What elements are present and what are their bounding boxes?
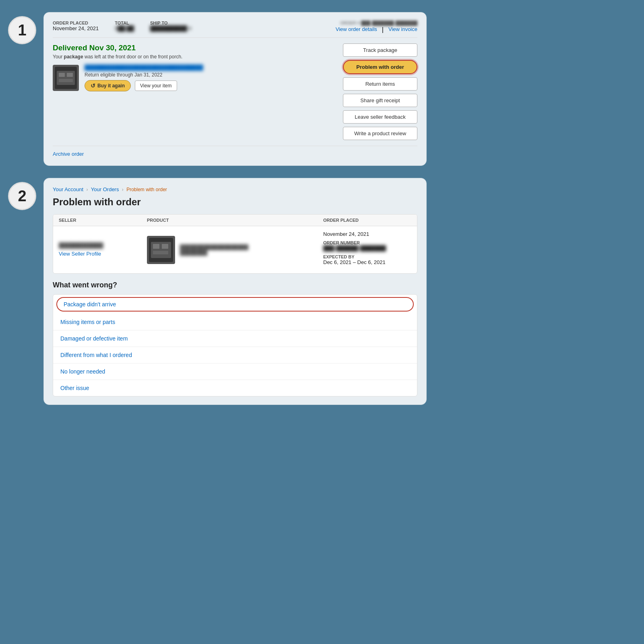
seller-col-label: SELLER (59, 218, 147, 223)
problem-with-order-button[interactable]: Problem with order (343, 60, 417, 74)
step2-circle: 2 (8, 182, 36, 210)
order-info-body: ████████████ View Seller Profile (53, 226, 417, 273)
order-placed-date: November 24, 2021 (53, 25, 99, 31)
delivery-title: Delivered Nov 30, 2021 (53, 43, 203, 52)
issue-no-longer-needed[interactable]: No longer needed (53, 363, 417, 380)
svg-rect-7 (153, 244, 159, 249)
delivery-subtitle: Your package was left at the front door … (53, 54, 203, 60)
delivery-section: Delivered Nov 30, 2021 Your package was … (53, 43, 417, 140)
archive-link-section: Archive order (53, 146, 417, 157)
order-details-col: November 24, 2021 ORDER NUMBER ███-█████… (323, 231, 411, 268)
order-total-value: $██.██ (115, 25, 134, 31)
order-header-right: ORDER # ███-███████-███████ View order d… (336, 21, 417, 33)
view-seller-profile-link[interactable]: View Seller Profile (59, 251, 101, 257)
delivery-left: Delivered Nov 30, 2021 Your package was … (53, 43, 203, 95)
view-order-details-link[interactable]: View order details (336, 26, 377, 33)
step1-circle: 1 (8, 16, 36, 44)
product-image2 (147, 236, 175, 264)
refresh-icon: ↺ (91, 83, 95, 89)
page-title: Problem with order (53, 196, 417, 208)
order-ship-block: SHIP TO ██████████ ▾ (150, 21, 192, 31)
issue-other[interactable]: Other issue (53, 380, 417, 396)
svg-rect-9 (153, 251, 168, 254)
product-actions: ↺ Buy it again View your item (85, 80, 203, 91)
product-col-label: PRODUCT (147, 218, 323, 223)
order-ship-to: ██████████ ▾ (150, 25, 192, 31)
product-details: ████████████████████████████████ Return … (85, 64, 203, 91)
order-number-label: ORDER NUMBER (323, 240, 411, 245)
issue-missing-items[interactable]: Missing items or parts (53, 314, 417, 330)
step1-card: ORDER PLACED November 24, 2021 TOTAL $██… (43, 12, 427, 166)
return-eligible-text: Return eligible through Jan 31, 2022 (85, 72, 203, 78)
view-invoice-link[interactable]: View invoice (388, 26, 417, 33)
breadcrumb-current: Problem with order (126, 187, 167, 192)
order-total-block: TOTAL $██.██ (115, 21, 134, 31)
order-number-val: ███-██████-███████ (323, 245, 411, 251)
view-item-button[interactable]: View your item (135, 80, 177, 91)
issue-different-item[interactable]: Different from what I ordered (53, 347, 417, 363)
expected-by-label: EXPECTED BY (323, 254, 411, 259)
seller-name: ████████████ (59, 242, 147, 248)
issue-list: Package didn't arrive Missing items or p… (53, 294, 417, 396)
archive-order-link[interactable]: Archive order (53, 151, 84, 157)
product-row: ████████████████████████████████ Return … (53, 64, 203, 91)
buy-again-button[interactable]: ↺ Buy it again (85, 80, 131, 91)
return-items-button[interactable]: Return items (343, 77, 417, 91)
order-header-links: View order details | View invoice (336, 26, 417, 33)
breadcrumb-your-orders[interactable]: Your Orders (91, 186, 119, 192)
svg-rect-3 (67, 73, 73, 77)
issue-package-didnt-arrive[interactable]: Package didn't arrive (56, 297, 414, 312)
svg-rect-8 (162, 244, 168, 249)
leave-seller-feedback-button[interactable]: Leave seller feedback (343, 110, 417, 124)
order-number: ORDER # ███-███████-███████ (336, 21, 417, 25)
product-image (53, 65, 79, 91)
what-went-wrong-title: What went wrong? (53, 281, 417, 289)
product-col: ████████████████████████████ (147, 236, 323, 264)
order-info-header: SELLER PRODUCT ORDER PLACED (53, 215, 417, 226)
share-gift-receipt-button[interactable]: Share gift receipt (343, 94, 417, 107)
expected-by-val: Dec 6, 2021 – Dec 6, 2021 (323, 259, 411, 265)
order-info-table: SELLER PRODUCT ORDER PLACED ████████████… (53, 214, 417, 274)
svg-rect-4 (59, 79, 73, 82)
order-placed-col-label: ORDER PLACED (323, 218, 411, 223)
svg-rect-2 (59, 73, 65, 77)
side-buttons: Track package Problem with order Return … (343, 43, 417, 140)
seller-col: ████████████ View Seller Profile (59, 242, 147, 257)
product-name: ████████████████████████████████ (85, 64, 203, 70)
breadcrumb: Your Account › Your Orders › Problem wit… (53, 186, 417, 192)
write-product-review-button[interactable]: Write a product review (343, 127, 417, 140)
order-header: ORDER PLACED November 24, 2021 TOTAL $██… (53, 21, 417, 38)
order-header-left: ORDER PLACED November 24, 2021 TOTAL $██… (53, 21, 192, 31)
issue-damaged-item[interactable]: Damaged or defective item (53, 330, 417, 347)
step2-container: 2 Your Account › Your Orders › Problem w… (8, 178, 427, 405)
step1-container: 1 ORDER PLACED November 24, 2021 TOTAL $… (8, 12, 427, 166)
order-placed-date2: November 24, 2021 (323, 231, 411, 237)
track-package-button[interactable]: Track package (343, 43, 417, 57)
step2-card: Your Account › Your Orders › Problem wit… (43, 178, 427, 405)
breadcrumb-your-account[interactable]: Your Account (53, 186, 83, 192)
product-col-name: ████████████████████████████ (180, 244, 248, 256)
order-placed-block: ORDER PLACED November 24, 2021 (53, 21, 99, 31)
